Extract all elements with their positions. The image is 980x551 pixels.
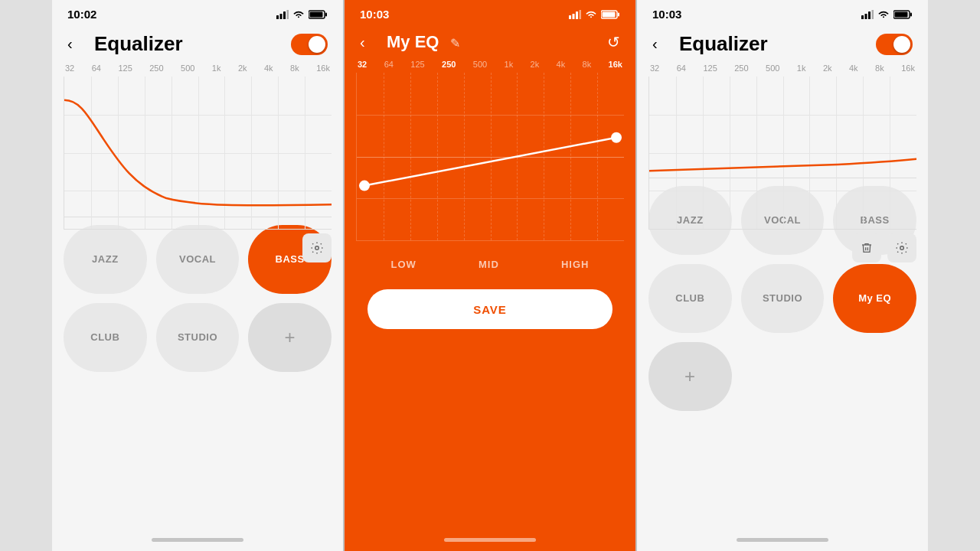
edit-icon-2[interactable]: ✎ (450, 37, 460, 50)
freq-8k: 8k (290, 64, 299, 73)
back-button-1[interactable]: ‹ (67, 35, 90, 53)
page-title-3: Equalizer (675, 32, 876, 56)
svg-point-25 (900, 246, 904, 250)
app-header-2: ‹ My EQ ✎ ↺ (345, 24, 635, 56)
home-indicator-1 (52, 528, 343, 551)
freq-8k-2: 8k (583, 60, 592, 69)
home-bar-3 (737, 538, 828, 542)
svg-rect-11 (580, 10, 582, 19)
time-1: 10:02 (67, 8, 96, 21)
svg-line-15 (364, 138, 616, 186)
freq-1k: 1k (212, 64, 221, 73)
freq-labels-3: 32 64 125 250 500 1k 2k 4k 8k 16k (648, 60, 916, 77)
time-3: 10:03 (652, 8, 681, 21)
freq-250-2: 250 (442, 60, 456, 69)
preset-club-1[interactable]: CLUB (64, 303, 147, 372)
svg-rect-18 (861, 15, 864, 19)
chart-area-2[interactable] (356, 73, 624, 241)
eq-chart-3: 32 64 125 250 500 1k 2k 4k 8k 16k (637, 60, 928, 178)
freq-500-3: 500 (766, 64, 779, 73)
home-indicator-3 (637, 528, 928, 551)
freq-500: 500 (181, 64, 194, 73)
back-button-2[interactable]: ‹ (360, 34, 383, 51)
wifi-icon-2 (585, 10, 597, 19)
freq-16k-2: 16k (609, 60, 622, 69)
eq-chart-1: 32 64 125 250 500 1k 2k 4k 8k 16k (52, 60, 343, 217)
freq-64: 64 (92, 64, 101, 73)
save-button[interactable]: SAVE (368, 289, 612, 329)
screen-2: 10:03 ‹ My EQ ✎ (345, 0, 635, 551)
trash-button-3[interactable] (852, 233, 881, 262)
home-bar-2 (444, 538, 536, 542)
back-button-3[interactable]: ‹ (652, 35, 675, 53)
freq-labels-2: 32 64 125 250 500 1k 2k 4k 8k 16k (356, 56, 624, 73)
svg-rect-6 (310, 11, 323, 17)
svg-point-16 (359, 181, 370, 191)
app-header-3: ‹ Equalizer (637, 24, 928, 60)
chart-area-1[interactable] (64, 77, 332, 230)
preset-club-3[interactable]: CLUB (648, 264, 732, 333)
signal-icon-1 (276, 10, 289, 19)
freq-8k-3: 8k (875, 64, 884, 73)
freq-labels-1: 32 64 125 250 500 1k 2k 4k 8k 16k (64, 60, 332, 77)
svg-rect-20 (868, 11, 871, 19)
status-bar-2: 10:03 (345, 0, 635, 24)
status-bar-1: 10:02 (52, 0, 343, 24)
add-preset-button-3[interactable]: + (648, 342, 732, 411)
app-header-1: ‹ Equalizer (52, 24, 343, 60)
freq-16k: 16k (316, 64, 330, 73)
save-btn-container: SAVE (345, 282, 635, 344)
freq-32-3: 32 (650, 64, 659, 73)
freq-64-2: 64 (384, 60, 394, 69)
chart-area-3[interactable] (648, 77, 916, 230)
freq-32: 32 (65, 64, 74, 73)
freq-2k-2: 2k (531, 60, 540, 69)
svg-rect-3 (287, 10, 289, 19)
freq-2k: 2k (238, 64, 247, 73)
settings-button-3[interactable] (887, 233, 916, 262)
add-preset-button-1[interactable]: + (248, 303, 332, 372)
freq-1k-3: 1k (797, 64, 806, 73)
svg-rect-21 (872, 10, 874, 19)
equalizer-toggle-1[interactable] (291, 34, 328, 55)
svg-rect-10 (576, 11, 578, 19)
time-2: 10:03 (360, 8, 389, 21)
freq-16k-3: 16k (901, 64, 915, 73)
settings-button-1[interactable] (302, 233, 332, 262)
eq-chart-2: 32 64 125 250 500 1k 2k 4k 8k 16k (345, 56, 635, 247)
freq-4k-3: 4k (849, 64, 858, 73)
svg-rect-13 (618, 12, 619, 16)
svg-point-7 (315, 246, 319, 250)
freq-32-2: 32 (358, 60, 367, 69)
freq-500-2: 500 (473, 60, 487, 69)
freq-125-2: 125 (410, 60, 424, 69)
status-icons-1 (276, 10, 328, 19)
signal-icon-2 (569, 10, 581, 19)
reset-button-2[interactable]: ↺ (607, 33, 620, 51)
preset-studio-3[interactable]: STUDIO (741, 264, 825, 333)
wifi-icon-3 (877, 10, 890, 19)
status-bar-3: 10:03 (637, 0, 928, 24)
freq-4k: 4k (264, 64, 273, 73)
freq-250-3: 250 (734, 64, 748, 73)
wifi-icon-1 (292, 10, 305, 19)
svg-rect-19 (865, 14, 867, 19)
equalizer-toggle-3[interactable] (876, 34, 913, 55)
status-icons-3 (861, 10, 913, 19)
chart-controls-3 (648, 230, 916, 266)
freq-4k-2: 4k (557, 60, 566, 69)
freq-1k-2: 1k (505, 60, 514, 69)
svg-rect-1 (280, 14, 283, 19)
page-title-2: My EQ ✎ (383, 32, 607, 52)
svg-rect-0 (276, 15, 279, 19)
eq-labels-2: LOW MID HIGH (345, 247, 635, 282)
screen-3: 10:03 ‹ Equalizer (637, 0, 928, 551)
preset-studio-1[interactable]: STUDIO (156, 303, 240, 372)
signal-icon-3 (861, 10, 874, 19)
svg-rect-24 (895, 11, 908, 17)
preset-myeq-3[interactable]: My EQ (833, 264, 916, 333)
freq-125-3: 125 (703, 64, 717, 73)
eq-low-label: LOW (391, 259, 416, 270)
freq-2k-3: 2k (823, 64, 832, 73)
svg-point-17 (611, 132, 622, 143)
